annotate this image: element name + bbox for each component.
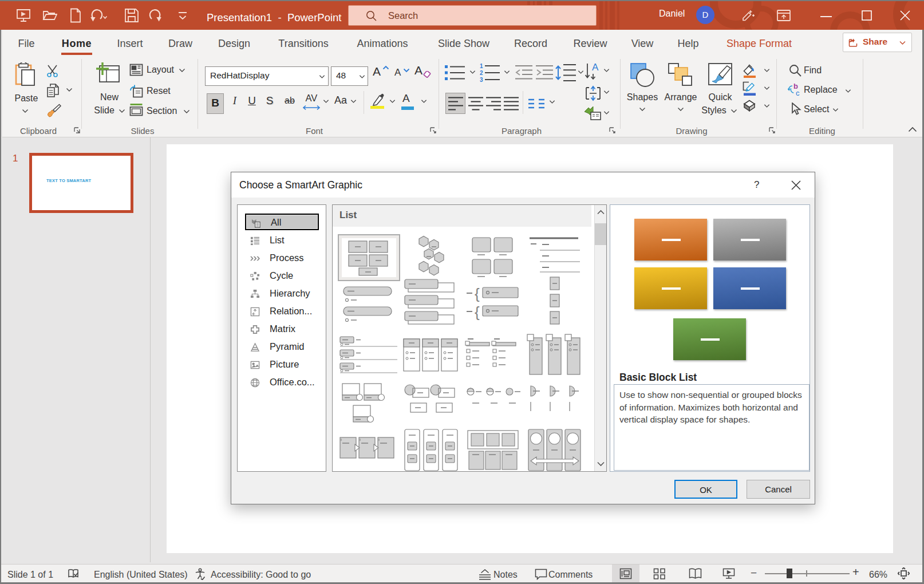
svg-text:A: A — [592, 62, 599, 73]
svg-text:{: { — [475, 303, 480, 321]
svg-text:c: c — [796, 89, 800, 97]
svg-text:{: { — [475, 285, 480, 302]
svg-text:1: 1 — [480, 63, 483, 69]
svg-text:3: 3 — [480, 77, 483, 82]
svg-text:2: 2 — [480, 70, 483, 76]
